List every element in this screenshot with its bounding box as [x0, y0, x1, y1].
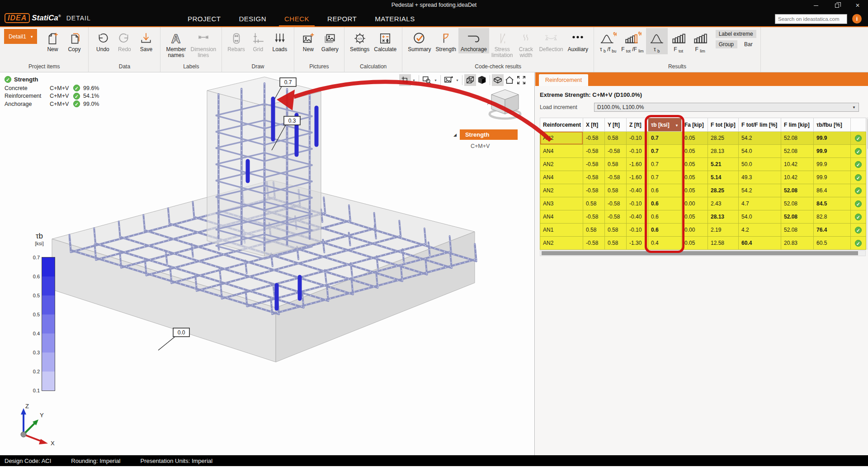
column-header[interactable]: Reinforcement: [540, 118, 583, 132]
ribbon-group-label: Pictures: [297, 62, 341, 72]
table-row[interactable]: AN2-0.580.58-0.100.70.0528.2554.252.0899…: [540, 132, 866, 145]
table-row[interactable]: AN4-0.58-0.58-1.600.70.055.1449.310.4299…: [540, 171, 866, 184]
table-cell: 10.42: [781, 158, 814, 171]
table-row[interactable]: AN30.58-0.58-0.100.60.002.434.752.0884.5…: [540, 197, 866, 210]
gallery-button[interactable]: Gallery: [319, 28, 341, 53]
wireframe-cube-button[interactable]: [464, 74, 476, 86]
menu-tab-design[interactable]: DESIGN: [239, 11, 267, 26]
table-cell: 52.08: [781, 184, 814, 197]
chevron-down-icon[interactable]: ▾: [433, 78, 439, 82]
table-cell: 54.2: [739, 132, 781, 145]
column-header[interactable]: F lim [kip]: [781, 118, 814, 132]
table-row[interactable]: AN4-0.58-0.58-0.100.70.0528.1354.052.089…: [540, 145, 866, 158]
toggle-label-extreme[interactable]: Label extreme: [716, 30, 756, 38]
column-header[interactable]: Y [ft]: [605, 118, 627, 132]
zoom-window-button[interactable]: [421, 74, 433, 86]
toggle-group[interactable]: Group: [716, 40, 737, 48]
settings-button[interactable]: </>Settings: [348, 28, 372, 53]
load-increment-select[interactable]: D100.0%, L100.0% ▼: [594, 103, 859, 112]
table-cell: AN1: [540, 224, 583, 237]
toggle-bar[interactable]: Bar: [741, 40, 756, 48]
menubar: IDEA StatiCa® DETAIL PROJECTDESIGNCHECKR…: [0, 11, 868, 27]
new-button[interactable]: New: [42, 28, 63, 53]
table-cell: AN2: [540, 237, 583, 250]
tab-reinforcement[interactable]: Reinforcement: [539, 74, 588, 86]
strength-button[interactable]: Strength: [434, 28, 458, 53]
menu-tab-project[interactable]: PROJECT: [188, 11, 221, 26]
picture-gallery-icon: [323, 30, 337, 45]
table-cell: 0.05: [682, 210, 708, 224]
table-row[interactable]: AN2-0.580.58-1.300.40.0512.5860.420.8360…: [540, 237, 866, 250]
column-header[interactable]: [851, 118, 866, 132]
column-header[interactable]: Fa [kip]: [682, 118, 708, 132]
search-input[interactable]: [775, 16, 849, 22]
result-tree[interactable]: ◢ Strength C+M+V: [453, 129, 518, 149]
ribbon-button-label: New: [303, 47, 314, 52]
ok-check-icon: ✓: [5, 76, 11, 83]
save-button[interactable]: Save: [135, 28, 157, 53]
table-row[interactable]: AN4-0.58-0.58-0.400.60.0528.1354.052.088…: [540, 210, 866, 224]
ok-check-icon: ✓: [855, 174, 862, 181]
column-header[interactable]: τb [ksi]▼: [648, 118, 682, 132]
bars-icon: [692, 30, 708, 45]
table-cell: -0.58: [583, 145, 605, 158]
column-header[interactable]: X [ft]: [583, 118, 605, 132]
picture-export-button[interactable]: [443, 74, 454, 86]
crop-button[interactable]: [399, 74, 411, 86]
app-logo: IDEA StatiCa® DETAIL: [5, 13, 91, 23]
maximize-button[interactable]: [826, 0, 847, 11]
column-header[interactable]: F tot/F lim [%]: [739, 118, 781, 132]
loads-button[interactable]: Loads: [269, 28, 291, 53]
tree-node-combo[interactable]: C+M+V: [471, 143, 518, 149]
search-box[interactable]: [775, 14, 847, 24]
legend-band: [42, 353, 55, 372]
f-lim-button[interactable]: F lim: [689, 28, 711, 54]
info-button[interactable]: i: [852, 14, 862, 24]
ok-check-icon: ✓: [855, 161, 862, 168]
tree-expander-icon[interactable]: ◢: [453, 133, 457, 137]
fit-view-button[interactable]: [515, 74, 527, 86]
f-tot-f-lim-button[interactable]: %F tot /F lim: [619, 28, 646, 54]
auxiliary-button[interactable]: Auxiliary: [566, 28, 590, 53]
anchorage-button[interactable]: Anchorage: [458, 28, 489, 53]
axis-y-label: Y: [40, 412, 44, 419]
table-row[interactable]: AN2-0.580.58-0.400.60.0528.2554.252.0886…: [540, 184, 866, 197]
scheme-dropdown[interactable]: Detail1▾: [4, 29, 37, 44]
tree-node-strength[interactable]: Strength: [460, 129, 518, 140]
statusbar-item: Presentation Units: Imperial: [140, 457, 212, 464]
close-button[interactable]: ✕: [847, 0, 868, 11]
column-header[interactable]: Z [ft]: [627, 118, 648, 132]
navigation-cube[interactable]: [486, 85, 524, 127]
3d-viewport[interactable]: 0.70.30.0 ✓Strength ConcreteC+M+V✓99.6%R…: [0, 72, 535, 455]
color-legend: τb [ksi] 0.70.60.50.50.40.30.20.1: [22, 232, 62, 391]
member-names-button[interactable]: AMember names: [164, 28, 188, 60]
summary-button[interactable]: Summary: [406, 28, 433, 53]
calculate-button[interactable]: Calculate: [372, 28, 399, 53]
τ-b-button[interactable]: τ b: [646, 28, 668, 54]
minimize-button[interactable]: [806, 0, 826, 11]
menu-tab-materials[interactable]: MATERIALS: [375, 11, 415, 26]
table-row[interactable]: AN2-0.580.58-1.600.70.055.2150.010.4299.…: [540, 158, 866, 171]
menu-tab-report[interactable]: REPORT: [327, 11, 357, 26]
f-tot-button[interactable]: F tot: [668, 28, 689, 54]
column-header[interactable]: F tot [kip]: [708, 118, 739, 132]
clip-box-button[interactable]: [492, 74, 504, 86]
chevron-down-icon[interactable]: ▾: [411, 78, 417, 82]
menu-tab-check[interactable]: CHECK: [284, 11, 309, 26]
table-cell: 28.13: [708, 210, 739, 224]
horizontal-scrollbar[interactable]: [540, 250, 866, 256]
solid-cube-button[interactable]: [476, 74, 488, 86]
column-header[interactable]: τb/fbu [%]: [814, 118, 851, 132]
table-cell: 54.2: [739, 184, 781, 197]
table-cell: 20.83: [781, 237, 814, 250]
status-cell: ✓: [851, 184, 866, 197]
home-view-button[interactable]: [504, 74, 515, 86]
τ-b-f-bu-button[interactable]: %τ b /f bu: [597, 28, 619, 54]
chevron-down-icon[interactable]: ▾: [454, 78, 460, 82]
copy-button[interactable]: Copy: [63, 28, 85, 53]
table-row[interactable]: AN10.580.58-0.100.60.002.194.252.0876.4✓: [540, 224, 866, 237]
status-cell: ✓: [851, 132, 866, 145]
new-button[interactable]: New: [297, 28, 319, 53]
undo-button[interactable]: Undo: [92, 28, 113, 53]
table-cell: -0.10: [627, 224, 648, 237]
